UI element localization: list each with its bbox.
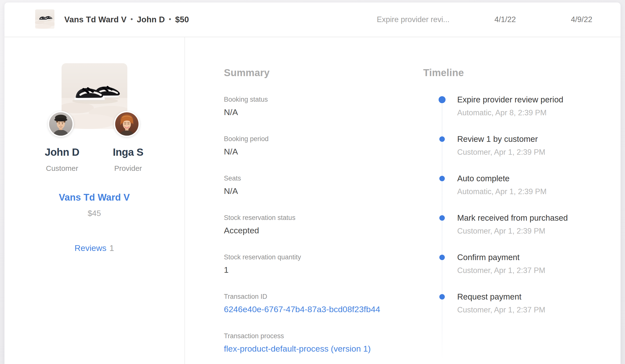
- timeline-event: Review 1 by customer Customer, Apr 1, 2:…: [457, 134, 625, 174]
- timeline-event: Mark received from purchased Customer, A…: [457, 213, 625, 252]
- timeline-event-title: Request payment: [457, 292, 625, 302]
- date-last-activity: 4/9/22: [571, 2, 592, 37]
- reviews-link[interactable]: Reviews: [74, 243, 106, 253]
- bullet-separator: •: [131, 15, 133, 23]
- transaction-detail-page: Vans Td Ward V • John D • $50 Expire pro…: [0, 0, 625, 364]
- summary-value: flex-product-default-process (version 1): [224, 343, 398, 354]
- customer-name: John D: [35, 146, 89, 158]
- timeline-event-title: Confirm payment: [457, 252, 625, 262]
- timeline-event-meta: Customer, Apr 1, 2:37 PM: [457, 305, 625, 315]
- summary-label: Transaction ID: [224, 292, 398, 301]
- last-transition-label: Expire provider revi...: [377, 2, 450, 37]
- timeline-event-meta: Customer, Apr 1, 2:39 PM: [457, 148, 625, 157]
- summary-row: Transaction ID 6246e40e-6767-47b4-87a3-b…: [224, 292, 398, 332]
- timeline-dot-icon: [439, 255, 445, 260]
- timeline-event-title: Review 1 by customer: [457, 134, 625, 144]
- summary-label: Transaction process: [224, 332, 398, 340]
- column-divider: [184, 37, 185, 364]
- summary-row: Transaction process flex-product-default…: [224, 332, 398, 364]
- timeline-heading: Timeline: [423, 67, 464, 78]
- timeline-dot-icon: [439, 176, 445, 181]
- timeline-event: Confirm payment Customer, Apr 1, 2:37 PM: [457, 252, 625, 292]
- bullet-separator: •: [169, 15, 171, 23]
- summary-row: Seats N/A: [224, 174, 398, 213]
- summary-value: N/A: [224, 185, 398, 196]
- timeline-event-meta: Automatic, Apr 8, 2:39 PM: [457, 108, 625, 118]
- listing-thumbnail: [35, 9, 55, 29]
- summary-value: 1: [224, 264, 398, 275]
- summary-label: Booking status: [224, 95, 398, 104]
- listing-title-link[interactable]: Vans Td Ward V: [57, 192, 132, 203]
- customer-role-label: Customer: [35, 164, 89, 173]
- timeline-dot-icon: [439, 96, 446, 103]
- reviews-count: 1: [109, 243, 114, 253]
- summary-row: Stock reservation quantity 1: [224, 253, 398, 292]
- timeline-event-title: Auto complete: [457, 174, 625, 183]
- summary-label: Booking period: [224, 135, 398, 143]
- summary-value: N/A: [224, 146, 398, 157]
- timeline-event-title: Expire provider review period: [457, 95, 625, 105]
- summary-label: Stock reservation status: [224, 213, 398, 222]
- timeline-dot-icon: [439, 294, 445, 300]
- customer-avatar[interactable]: [48, 111, 74, 137]
- summary-heading: Summary: [224, 67, 270, 78]
- timeline-dot-icon: [439, 136, 445, 142]
- summary-value: N/A: [224, 107, 398, 118]
- header-listing-title: Vans Td Ward V: [64, 15, 127, 24]
- summary-row: Booking status N/A: [224, 95, 398, 135]
- timeline-event: Request payment Customer, Apr 1, 2:37 PM: [457, 292, 625, 331]
- date-started: 4/1/22: [494, 2, 516, 37]
- summary-row: Booking period N/A: [224, 135, 398, 174]
- timeline-events: Expire provider review period Automatic,…: [457, 95, 625, 331]
- transaction-title: Vans Td Ward V • John D • $50: [64, 2, 189, 37]
- provider-role-label: Provider: [101, 164, 155, 173]
- summary-label: Stock reservation quantity: [224, 253, 398, 261]
- header-customer-name: John D: [137, 15, 165, 24]
- provider-avatar[interactable]: [114, 111, 140, 137]
- timeline-event: Auto complete Automatic, Apr 1, 2:39 PM: [457, 174, 625, 213]
- provider-name: Inga S: [101, 146, 155, 158]
- timeline-event: Expire provider review period Automatic,…: [457, 95, 625, 134]
- header-divider: [4, 37, 621, 37]
- transaction-row[interactable]: Vans Td Ward V • John D • $50 Expire pro…: [4, 2, 621, 37]
- timeline-dot-icon: [439, 215, 445, 221]
- listing-price: $45: [57, 209, 132, 218]
- reviews-line: Reviews1: [57, 243, 132, 253]
- timeline-event-title: Mark received from purchased: [457, 213, 625, 223]
- timeline-event-meta: Customer, Apr 1, 2:37 PM: [457, 266, 625, 275]
- timeline-event-meta: Customer, Apr 1, 2:39 PM: [457, 226, 625, 236]
- summary-label: Seats: [224, 174, 398, 182]
- summary-row: Stock reservation status Accepted: [224, 213, 398, 253]
- timeline-event-meta: Automatic, Apr 1, 2:39 PM: [457, 187, 625, 196]
- summary-value: 6246e40e-6767-47b4-87a3-bcd08f23fb44: [224, 304, 398, 315]
- summary-rows: Booking status N/A Booking period N/A Se…: [224, 95, 398, 364]
- header-price: $50: [175, 15, 189, 24]
- summary-value: Accepted: [224, 225, 398, 236]
